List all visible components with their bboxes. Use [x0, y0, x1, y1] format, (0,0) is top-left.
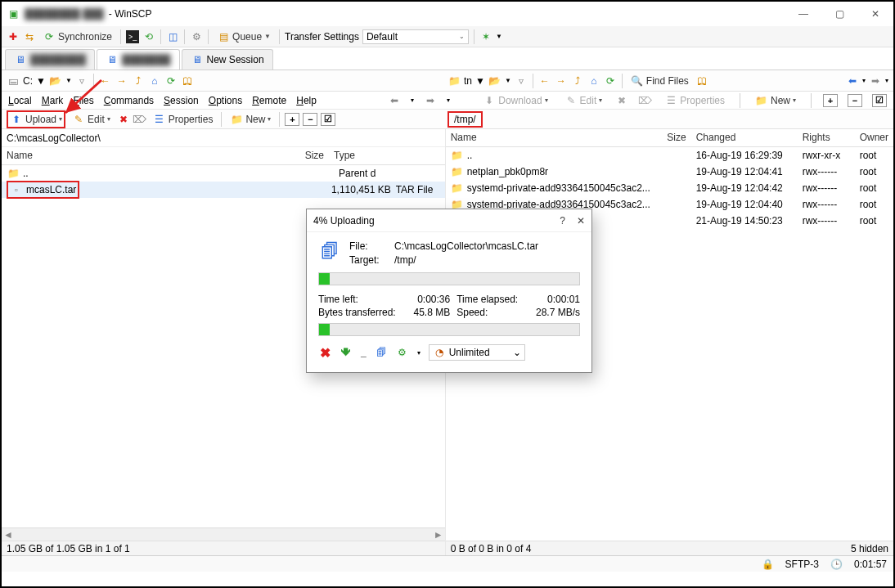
nav-back-icon[interactable]: ⬅ [388, 94, 401, 107]
nav-fwd-icon[interactable]: ➡ [869, 74, 882, 88]
upload-button[interactable]: ⬆Upload▾ [7, 110, 65, 128]
bytes-label: Bytes transferred: [318, 307, 402, 318]
rename-icon[interactable]: ⌦ [638, 94, 651, 107]
check-button[interactable]: ☑ [872, 94, 887, 107]
dialog-titlebar[interactable]: 4% Uploading ? ✕ [307, 209, 591, 232]
nav-back-icon[interactable]: ⬅ [846, 74, 859, 88]
list-item[interactable]: 📁 netplan_pbk0pm8r 19-Aug-19 12:04:41 rw… [446, 164, 893, 180]
home-icon[interactable]: ⌂ [587, 74, 600, 88]
local-properties-button[interactable]: ☰Properties [150, 111, 217, 128]
menu-local[interactable]: Local [8, 95, 32, 106]
left-drive-label[interactable]: C: [23, 75, 33, 87]
minus-button[interactable]: − [303, 113, 317, 126]
filter-icon[interactable]: ▿ [515, 74, 528, 88]
check-button[interactable]: ☑ [321, 113, 335, 126]
transfer-settings-dropdown[interactable]: Default⌄ [362, 29, 469, 44]
once-done-icon[interactable]: ⚙ [396, 346, 409, 359]
fwd-folder-icon[interactable]: → [115, 74, 128, 88]
upload-dialog: 4% Uploading ? ✕ 🗐 File: C:\mcasLogColle… [306, 209, 592, 373]
cell-changed: 19-Aug-19 12:04:40 [696, 199, 803, 210]
speed-limit-dropdown[interactable]: ◔ Unlimited ⌄ [429, 344, 525, 361]
folder-icon: 📁 [451, 165, 464, 178]
list-item[interactable]: 📁 systemd-private-add93364150045c3ac2...… [446, 180, 893, 196]
col-owner[interactable]: Owner [855, 129, 893, 146]
up-folder-icon[interactable]: ⤴ [571, 74, 584, 88]
menu-session[interactable]: Session [164, 95, 199, 106]
dialog-title: 4% Uploading [313, 215, 375, 227]
gear-icon[interactable]: ⚙ [190, 30, 203, 43]
queue-button[interactable]: ▤Queue▼ [214, 29, 274, 45]
list-item[interactable]: ▫ mcasLC.tar 1,110,451 KB TAR File [2, 182, 445, 198]
separator [120, 29, 121, 44]
delete-icon[interactable]: ✖ [615, 94, 628, 107]
menu-mark[interactable]: Mark [42, 95, 64, 106]
remote-properties-button[interactable]: ☰Properties [661, 92, 728, 109]
menu-help[interactable]: Help [296, 95, 317, 106]
copy-settings-icon[interactable]: 🗐 [375, 346, 388, 359]
col-size[interactable]: Size [650, 129, 691, 146]
col-rights[interactable]: Rights [798, 129, 855, 146]
back-folder-icon[interactable]: ← [538, 74, 551, 88]
menu-files[interactable]: Files [73, 95, 93, 106]
back-folder-icon[interactable]: ← [99, 74, 112, 88]
up-folder-icon[interactable]: ⤴ [132, 74, 145, 88]
sync-icon[interactable]: ✚ [7, 30, 20, 43]
dialog-close-button[interactable]: ✕ [577, 215, 585, 227]
list-item-parent[interactable]: 📁 .. Parent d [2, 165, 445, 182]
download-button[interactable]: ⬇Download▾ [479, 92, 551, 109]
synchronize-label: Synchronize [58, 31, 112, 43]
bookmark-icon[interactable]: 🕮 [181, 74, 194, 88]
refresh-both-icon[interactable]: ⟲ [142, 30, 155, 43]
minimize-button[interactable]: — [785, 2, 821, 25]
remote-new-button[interactable]: 📁New▾ [752, 92, 799, 109]
background-icon[interactable]: 🢃 [340, 346, 353, 359]
remote-edit-button[interactable]: ✎Edit▾ [561, 92, 606, 109]
close-button[interactable]: ✕ [857, 2, 893, 25]
delete-icon[interactable]: ✖ [117, 113, 130, 126]
col-type[interactable]: Type [329, 147, 445, 164]
filter-icon[interactable]: ▿ [75, 74, 88, 88]
list-item-parent[interactable]: 📁 .. 16-Aug-19 16:29:39 rwxr-xr-x root [446, 147, 893, 164]
local-new-button[interactable]: 📁New▾ [227, 111, 274, 128]
col-name[interactable]: Name [446, 129, 650, 146]
rename-icon[interactable]: ⌦ [133, 113, 146, 126]
find-files-button[interactable]: 🔍Find Files [627, 73, 692, 89]
refresh-icon[interactable]: ⟳ [164, 74, 178, 88]
open-folder-icon[interactable]: 📂 [49, 74, 62, 88]
plus-button[interactable]: + [823, 94, 838, 107]
open-folder-icon[interactable]: 📂 [488, 74, 501, 88]
menu-options[interactable]: Options [209, 95, 242, 106]
session-tab-2[interactable]: 🖥███████ [97, 49, 180, 70]
remote-hidden: 5 hidden [851, 543, 888, 554]
folder-pair-icon[interactable]: ⇆ [23, 30, 36, 43]
col-changed[interactable]: Changed [691, 129, 798, 146]
plus-button[interactable]: + [285, 113, 299, 126]
local-edit-button[interactable]: ✎Edit▾ [69, 111, 114, 128]
new-session-tab[interactable]: 🖥New Session [182, 49, 273, 70]
col-name[interactable]: Name [2, 147, 247, 164]
remote-path[interactable]: /tmp/ [448, 111, 483, 128]
home-icon[interactable]: ⌂ [148, 74, 161, 88]
manage-icon[interactable]: ✶ [479, 30, 492, 43]
session-tab-1[interactable]: 🖥████████ [5, 49, 95, 70]
dialog-help-button[interactable]: ? [560, 215, 565, 227]
menu-commands[interactable]: Commands [104, 95, 154, 106]
synchronize-button[interactable]: ⟳Synchronize [39, 29, 115, 45]
menu-remote[interactable]: Remote [252, 95, 286, 106]
cancel-icon[interactable]: ✖ [318, 346, 331, 359]
minimize-icon[interactable]: _ [361, 347, 367, 358]
remote-properties-label: Properties [680, 95, 725, 106]
layout-icon[interactable]: ◫ [166, 30, 179, 43]
minus-button[interactable]: − [848, 94, 862, 107]
col-size[interactable]: Size [247, 147, 329, 164]
maximize-button[interactable]: ▢ [821, 2, 857, 25]
local-path-bar[interactable]: C:\mcasLogCollector\ [2, 129, 445, 147]
right-drive-label[interactable]: tn [464, 75, 472, 87]
search-icon: 🔍 [631, 74, 644, 88]
refresh-icon[interactable]: ⟳ [604, 74, 617, 88]
nav-fwd-icon[interactable]: ➡ [424, 94, 437, 107]
hscroll[interactable]: ◄► [2, 527, 445, 541]
terminal-icon[interactable]: >_ [126, 30, 139, 43]
fwd-folder-icon[interactable]: → [555, 74, 568, 88]
bookmark-icon[interactable]: 🕮 [695, 74, 708, 88]
